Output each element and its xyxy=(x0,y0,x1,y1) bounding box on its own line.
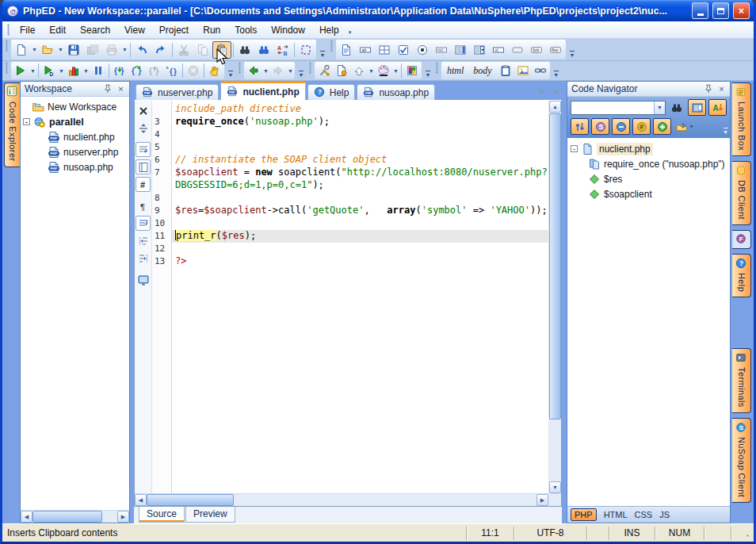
code-line[interactable]: $res=$soapclient->call('getQuote', array… xyxy=(172,205,548,217)
scroll-thumb[interactable] xyxy=(32,511,102,523)
tree-expander-icon[interactable]: - xyxy=(571,145,578,152)
scroll-left-icon[interactable]: ◀ xyxy=(21,511,32,523)
forward-button[interactable] xyxy=(269,63,287,79)
print-button[interactable] xyxy=(102,41,121,59)
step-into-button[interactable]: {} xyxy=(111,63,128,79)
combo-dropdown-icon[interactable]: ▼ xyxy=(654,102,665,114)
menu-help[interactable]: Help xyxy=(312,21,346,39)
tab-code-explorer[interactable]: i Code Explorer xyxy=(4,82,20,167)
copy-button[interactable] xyxy=(193,41,212,59)
clipboard-button[interactable] xyxy=(497,63,514,79)
undo-button[interactable] xyxy=(132,41,151,59)
workspace-tree-item[interactable]: PHPnuclient.php xyxy=(21,129,129,144)
pin-icon[interactable] xyxy=(702,83,714,95)
workspace-tree-item[interactable]: PHPnuserver.php xyxy=(21,144,129,159)
code-line[interactable]: // instantiate the SOAP client object xyxy=(172,154,548,167)
scroll-track[interactable] xyxy=(234,494,536,506)
run-to-cursor-button[interactable]: *{} xyxy=(163,63,181,79)
page-properties-button[interactable] xyxy=(333,63,350,79)
navigator-tab-php[interactable]: PHP xyxy=(571,508,597,521)
toolbar-grip[interactable] xyxy=(6,40,8,52)
workspace-hscrollbar[interactable]: ◀ ▶ xyxy=(21,510,129,523)
workspace-tree-item[interactable]: -parallel xyxy=(21,114,129,129)
navigator-tab-css[interactable]: CSS xyxy=(635,510,653,519)
dropdown-arrow-icon[interactable]: ▼ xyxy=(368,68,375,74)
filter-static-button[interactable]: S xyxy=(591,118,609,135)
filter-private-button[interactable] xyxy=(612,118,630,135)
replace-button[interactable]: AB xyxy=(273,41,292,59)
hidden-field-button[interactable]: hid xyxy=(432,41,451,59)
menu-project[interactable]: Project xyxy=(152,21,196,39)
details-view-button[interactable] xyxy=(688,99,706,116)
scroll-right-icon[interactable]: ▶ xyxy=(117,511,129,523)
code-line[interactable]: print_r($res); xyxy=(172,230,548,243)
unindent-marks-button[interactable] xyxy=(136,251,151,266)
menu-run[interactable]: Run xyxy=(196,21,227,39)
color-grid-button[interactable] xyxy=(403,63,421,79)
menu-view[interactable]: View xyxy=(117,21,152,39)
tab-help[interactable]: ?Help xyxy=(732,254,751,297)
code-line[interactable]: include_path directive xyxy=(172,103,548,116)
tree-expander-icon[interactable]: - xyxy=(23,118,30,125)
editor-tab-help[interactable]: ?Help xyxy=(307,84,356,100)
toolbar-grip[interactable] xyxy=(436,62,438,74)
run-button[interactable] xyxy=(12,63,29,79)
word-wrap-button[interactable] xyxy=(136,142,151,157)
code-line[interactable] xyxy=(172,141,548,154)
profiler-button[interactable] xyxy=(65,63,82,79)
code-editor[interactable]: include_path directiverequire_once('nuso… xyxy=(172,101,548,493)
editor-hscrollbar[interactable]: ◀ ▶ xyxy=(135,493,561,506)
dropdown-arrow-icon[interactable]: ▼ xyxy=(688,124,695,129)
code-line[interactable] xyxy=(172,192,548,205)
title-bar[interactable]: @ PhpED - New Workspace::parallel - [C:\… xyxy=(2,0,754,21)
dropdown-arrow-icon[interactable]: ▼ xyxy=(262,68,269,74)
insert-link-button[interactable] xyxy=(532,63,549,79)
back-button[interactable] xyxy=(245,63,262,79)
navigator-tree-item[interactable]: require_once ("nusoap.php") xyxy=(567,156,730,171)
tab-db-client[interactable]: DB Client xyxy=(732,161,751,225)
run-debugger-button[interactable]: D xyxy=(40,63,58,79)
tab-list-icon[interactable] xyxy=(535,85,548,98)
find-button[interactable] xyxy=(235,41,254,59)
editor-tab-nuclient-php[interactable]: PHPnuclient.php xyxy=(220,81,305,100)
code-line[interactable] xyxy=(172,217,548,230)
pin-icon[interactable] xyxy=(101,83,113,95)
navigator-tree-item[interactable]: $soapclient xyxy=(567,186,730,201)
scroll-up-icon[interactable]: ▲ xyxy=(549,101,561,113)
close-icon[interactable]: × xyxy=(115,83,127,95)
tab-close-icon[interactable] xyxy=(549,85,562,98)
minimize-button[interactable] xyxy=(692,2,708,19)
stop-button[interactable] xyxy=(185,63,202,79)
pause-button[interactable] xyxy=(90,63,107,79)
toolbar-overflow-icon[interactable]: ▼ xyxy=(423,62,433,79)
close-button[interactable]: × xyxy=(733,2,750,19)
reset-button-button[interactable]: Res xyxy=(546,41,565,59)
editor-tab-nusoap-php[interactable]: PHPnusoap.php xyxy=(357,84,435,100)
listbox-button[interactable] xyxy=(451,41,470,59)
filter-public-button[interactable] xyxy=(653,118,671,135)
break-hand-button[interactable] xyxy=(206,63,223,79)
tab-ftp-badge[interactable]: F xyxy=(732,230,751,249)
code-line[interactable] xyxy=(172,243,548,255)
redo-button[interactable] xyxy=(151,41,170,59)
new-file-button[interactable] xyxy=(12,41,31,59)
workspace-tree-item[interactable]: PHPnusoap.php xyxy=(21,159,129,174)
dropdown-arrow-icon[interactable]: ▼ xyxy=(31,47,38,52)
menu-edit[interactable]: Edit xyxy=(42,21,73,39)
navigator-search-combo[interactable]: ▼ xyxy=(571,101,666,115)
dropdown-arrow-icon[interactable]: ▼ xyxy=(287,68,294,74)
step-out-button[interactable]: {} xyxy=(146,63,163,79)
dropdown-arrow-icon[interactable]: ▼ xyxy=(392,68,399,74)
find-binoculars-button[interactable] xyxy=(668,99,685,116)
sort-alpha-button[interactable]: A xyxy=(708,99,727,116)
show-margins-button[interactable] xyxy=(136,159,151,174)
scroll-thumb[interactable] xyxy=(549,113,561,419)
submit-button-button[interactable]: Sub xyxy=(527,41,546,59)
browser-preview-button[interactable] xyxy=(136,272,151,287)
navigator-tree-item[interactable]: -nuclient.php xyxy=(567,141,730,156)
push-button-button[interactable] xyxy=(508,41,527,59)
toolbar-grip[interactable] xyxy=(239,62,241,74)
edit-field-button[interactable]: ab xyxy=(356,41,375,59)
insert-image-button[interactable] xyxy=(514,63,532,79)
save-all-button[interactable] xyxy=(83,41,102,59)
